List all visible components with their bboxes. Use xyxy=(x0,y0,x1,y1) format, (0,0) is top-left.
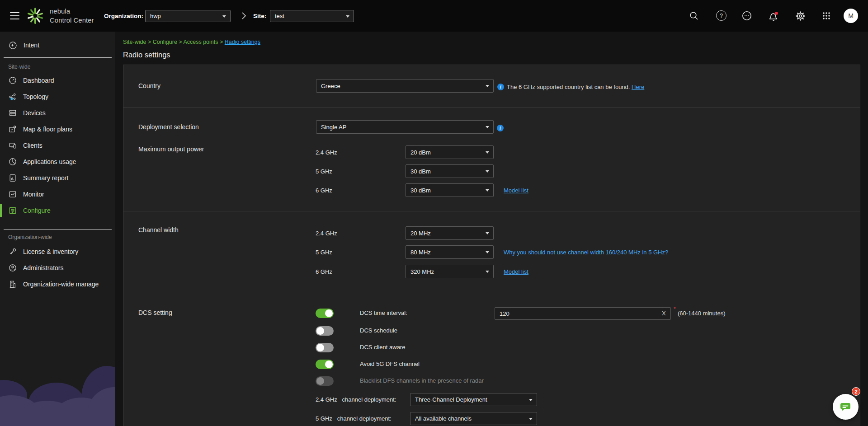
sidebar-item-topology[interactable]: Topology xyxy=(0,89,115,105)
dcs-schedule-toggle[interactable] xyxy=(316,326,334,336)
power-6-value: 30 dBm xyxy=(410,187,431,194)
license-icon xyxy=(8,247,17,256)
devices-icon xyxy=(8,108,17,117)
configure-icon xyxy=(8,206,17,215)
sidebar-item-label: Summary report xyxy=(23,174,68,182)
blacklist-dfs-toggle[interactable] xyxy=(316,376,334,386)
required-asterisk: * xyxy=(674,306,676,312)
sidebar-item-intent[interactable]: Intent xyxy=(0,37,115,53)
breadcrumb-current-link[interactable]: Radio settings xyxy=(225,39,260,45)
width-6-select[interactable]: 320 MHz xyxy=(406,265,494,278)
sidebar-item-configure[interactable]: Configure xyxy=(0,202,115,219)
cloud-decoration xyxy=(0,358,115,426)
caret-down-icon xyxy=(486,251,489,253)
sidebar-item-devices[interactable]: Devices xyxy=(0,105,115,121)
breadcrumb-chevron-icon xyxy=(241,12,247,20)
country-value: Greece xyxy=(321,83,340,89)
sidebar-item-label: Configure xyxy=(23,207,51,214)
chat-button[interactable] xyxy=(833,394,859,420)
deployment-value: Single AP xyxy=(321,124,346,131)
blacklist-dfs-label: Blacklist DFS channels in the presence o… xyxy=(360,377,484,384)
help-icon[interactable]: ? xyxy=(716,10,727,21)
dashboard-icon xyxy=(8,76,17,85)
power-24-value: 20 dBm xyxy=(410,149,431,156)
dcs-time-interval-input[interactable] xyxy=(495,307,671,320)
caret-down-icon xyxy=(529,399,533,401)
power-6-select[interactable]: 30 dBm xyxy=(406,183,494,197)
sidebar-item-map-floor-plans[interactable]: Map & floor plans xyxy=(0,121,115,137)
dcs-enable-toggle[interactable] xyxy=(316,309,334,318)
applications-icon xyxy=(8,157,17,166)
caret-down-icon xyxy=(529,418,533,420)
country-label: Country xyxy=(138,82,160,89)
sidebar-item-applications-usage[interactable]: Applications usage xyxy=(0,154,115,170)
band-label: 5 GHz xyxy=(316,168,332,175)
caret-down-icon xyxy=(486,271,489,273)
map-icon xyxy=(8,125,17,134)
sidebar-item-label: Monitor xyxy=(23,191,44,198)
caret-down-icon xyxy=(486,189,489,192)
caret-down-icon xyxy=(486,151,489,154)
administrators-icon xyxy=(8,263,17,272)
avatar[interactable]: M xyxy=(844,9,858,23)
channel-width-label: Channel width xyxy=(138,226,179,234)
clear-input-icon[interactable]: X xyxy=(662,310,666,317)
channel-width-warning-link[interactable]: Why you should not use channel width 160… xyxy=(504,249,668,256)
sidebar-item-license-inventory[interactable]: License & inventory xyxy=(0,243,115,260)
deploy-24-label: 2.4 GHz channel deployment: xyxy=(316,396,396,403)
sidebar-item-summary-report[interactable]: Summary report xyxy=(0,170,115,186)
report-icon xyxy=(8,173,17,183)
sidebar-item-organization-manage[interactable]: Organization-wide manage xyxy=(0,276,115,292)
power-5-select[interactable]: 30 dBm xyxy=(406,164,494,178)
menu-icon[interactable] xyxy=(10,12,19,19)
model-list-link[interactable]: Model list xyxy=(504,187,528,194)
intent-icon xyxy=(8,41,18,50)
topology-icon xyxy=(8,92,17,101)
dcs-client-aware-toggle[interactable] xyxy=(316,343,334,352)
country-select[interactable]: Greece xyxy=(316,79,494,93)
width-5-select[interactable]: 80 MHz xyxy=(406,245,494,259)
clients-icon xyxy=(8,141,17,150)
notifications-icon[interactable] xyxy=(768,10,778,21)
site-select[interactable]: test xyxy=(270,10,354,22)
organization-select[interactable]: hwp xyxy=(145,10,231,22)
sidebar-item-label: Organization-wide manage xyxy=(23,281,99,288)
country-info-link[interactable]: Here xyxy=(632,84,644,90)
dcs-time-interval-hint: (60-1440 minutes) xyxy=(678,310,726,317)
sidebar-item-monitor[interactable]: Monitor xyxy=(0,186,115,202)
deployment-label: Deployment selection xyxy=(138,123,199,131)
sidebar-section-orgwide: Organization-wide xyxy=(8,234,52,240)
sidebar-item-label: Topology xyxy=(23,93,48,100)
sidebar-item-dashboard[interactable]: Dashboard xyxy=(0,72,115,89)
caret-down-icon xyxy=(222,15,226,18)
avoid-dfs-toggle[interactable] xyxy=(316,360,334,369)
caret-down-icon xyxy=(486,126,489,128)
deployment-select[interactable]: Single AP xyxy=(316,120,494,134)
nebula-logo-icon[interactable] xyxy=(25,6,45,26)
apps-grid-icon[interactable] xyxy=(821,10,832,21)
monitor-icon xyxy=(8,190,17,199)
model-list-link[interactable]: Model list xyxy=(504,268,528,275)
deploy-5-select[interactable]: All available channels xyxy=(410,412,537,425)
sidebar-item-label: Applications usage xyxy=(23,158,76,165)
settings-panel: Country Greece i The 6 GHz supported cou… xyxy=(123,65,860,426)
sidebar-item-clients[interactable]: Clients xyxy=(0,137,115,154)
width-24-select[interactable]: 20 MHz xyxy=(406,226,494,240)
sidebar: Intent Site-wide Dashboard Topology Devi… xyxy=(0,32,115,426)
more-icon[interactable] xyxy=(741,10,752,21)
caret-down-icon xyxy=(486,232,489,234)
breadcrumb-trail[interactable]: Site-wide > Configure > Access points > xyxy=(123,39,223,45)
sidebar-item-label: Map & floor plans xyxy=(23,126,72,133)
settings-icon[interactable] xyxy=(795,10,806,21)
power-24-select[interactable]: 20 dBm xyxy=(406,145,494,159)
info-icon: i xyxy=(497,125,504,131)
sidebar-item-administrators[interactable]: Administrators xyxy=(0,260,115,276)
dcs-setting-label: DCS setting xyxy=(138,309,172,316)
deploy-24-select[interactable]: Three-Channel Deployment xyxy=(410,393,537,406)
country-info-span: The 6 GHz supported country list can be … xyxy=(507,84,630,90)
dcs-schedule-label: DCS schedule xyxy=(360,327,397,334)
brand-title: nebula Control Center xyxy=(50,7,94,25)
band-label: 6 GHz xyxy=(316,187,332,194)
organization-value: hwp xyxy=(150,13,161,19)
search-icon[interactable] xyxy=(689,10,699,21)
